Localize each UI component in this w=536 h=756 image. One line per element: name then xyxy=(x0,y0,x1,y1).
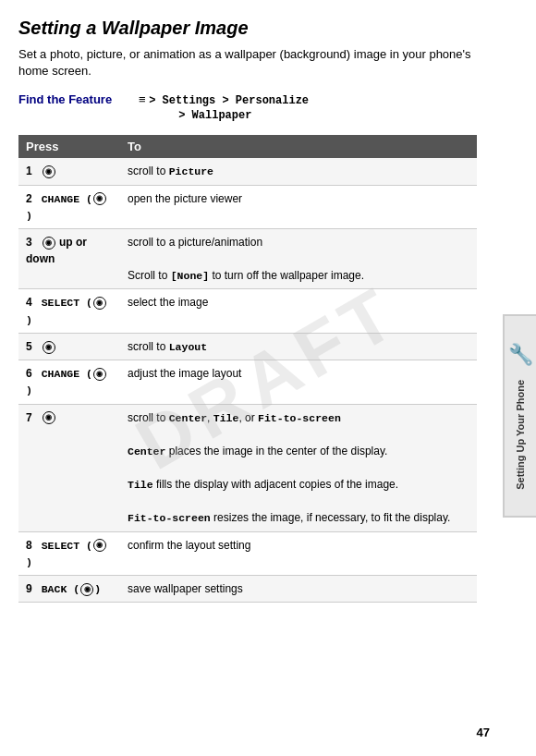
table-row: 6 CHANGE (◉) adjust the image layout xyxy=(18,360,477,405)
main-content: Setting a Wallpaper Image Set a photo, p… xyxy=(18,17,518,603)
nav-button-icon: ◉ xyxy=(43,411,55,424)
page-container: DRAFT 🔧 Setting Up Your Phone Setting a … xyxy=(0,0,536,756)
press-cell: 4 SELECT (◉) xyxy=(18,289,120,334)
page-number: 47 xyxy=(477,726,490,739)
to-cell: scroll to Layout xyxy=(120,333,477,360)
sidebar-label: Setting Up Your Phone xyxy=(515,380,526,490)
path-line2: > Wallpaper xyxy=(139,109,251,122)
nav-button-icon: ◉ xyxy=(93,539,106,552)
press-cell: 6 CHANGE (◉) xyxy=(18,360,120,405)
press-cell: 5 ◉ xyxy=(18,333,120,360)
press-cell: 1 ◉ xyxy=(18,158,120,185)
menu-icon: ≡ xyxy=(139,92,146,106)
to-cell: confirm the layout setting xyxy=(120,531,477,576)
nav-button-icon: ◉ xyxy=(43,341,55,354)
wrench-icon: 🔧 xyxy=(508,343,533,367)
table-row: 9 BACK (◉) save wallpaper settings xyxy=(18,576,477,603)
nav-button-icon: ◉ xyxy=(80,583,93,596)
nav-button-icon: ◉ xyxy=(93,192,106,205)
sidebar-tab: 🔧 Setting Up Your Phone xyxy=(503,314,536,518)
to-cell: save wallpaper settings xyxy=(120,576,477,603)
press-cell: 3 ◉ up or down xyxy=(18,229,120,289)
nav-button-icon: ◉ xyxy=(43,165,55,178)
table-row: 3 ◉ up or down scroll to a picture/anima… xyxy=(18,229,477,289)
path-line1: > Settings > Personalize xyxy=(149,94,309,107)
to-cell: scroll to a picture/animation Scroll to … xyxy=(120,229,477,289)
page-title: Setting a Wallpaper Image xyxy=(18,17,477,39)
table-header-row: Press To xyxy=(18,135,477,158)
table-row: 5 ◉ scroll to Layout xyxy=(18,333,477,360)
to-cell: adjust the image layout xyxy=(120,360,477,405)
col-to: To xyxy=(120,135,477,158)
col-press: Press xyxy=(18,135,120,158)
to-cell: scroll to Picture xyxy=(120,158,477,185)
to-cell: select the image xyxy=(120,289,477,334)
to-cell: open the picture viewer xyxy=(120,185,477,229)
intro-text: Set a photo, picture, or animation as a … xyxy=(18,46,477,79)
nav-button-icon: ◉ xyxy=(93,297,106,310)
find-feature-label: Find the Feature xyxy=(18,92,129,106)
nav-button-icon: ◉ xyxy=(93,368,106,381)
find-feature-row: Find the Feature ≡ > Settings > Personal… xyxy=(18,92,477,122)
find-feature-path: ≡ > Settings > Personalize > Wallpaper xyxy=(139,92,309,122)
press-cell: 9 BACK (◉) xyxy=(18,576,120,603)
table-row: 7 ◉ scroll to Center, Tile, or Fit-to-sc… xyxy=(18,404,477,531)
press-cell: 2 CHANGE (◉) xyxy=(18,185,120,229)
nav-button-icon: ◉ xyxy=(43,237,55,250)
instruction-table: Press To 1 ◉ scroll to Picture xyxy=(18,135,477,603)
to-cell: scroll to Center, Tile, or Fit-to-screen… xyxy=(120,404,477,531)
table-row: 8 SELECT (◉) confirm the layout setting xyxy=(18,531,477,576)
press-cell: 8 SELECT (◉) xyxy=(18,531,120,576)
table-row: 4 SELECT (◉) select the image xyxy=(18,289,477,334)
table-row: 1 ◉ scroll to Picture xyxy=(18,158,477,185)
press-cell: 7 ◉ xyxy=(18,404,120,531)
table-row: 2 CHANGE (◉) open the picture viewer xyxy=(18,185,477,229)
